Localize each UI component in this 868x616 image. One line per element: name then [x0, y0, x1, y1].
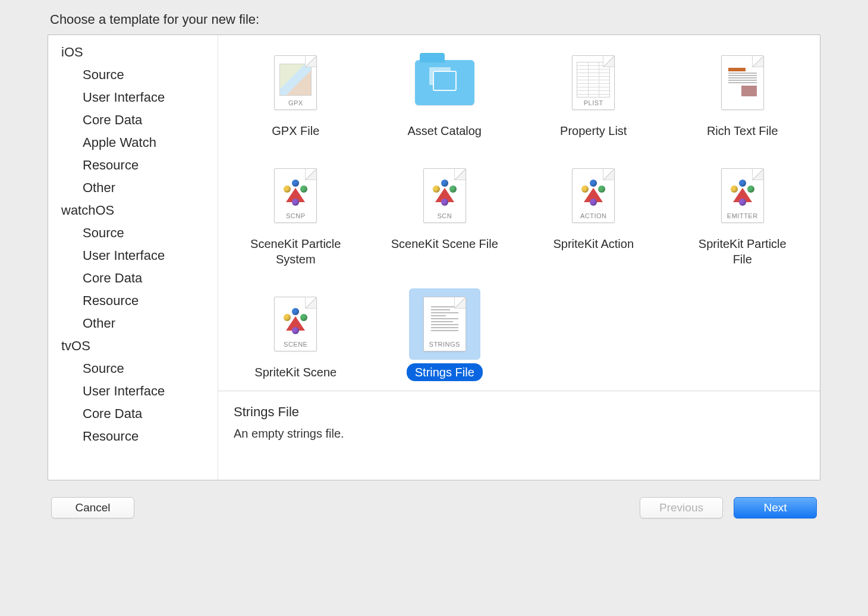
category-item[interactable]: Source	[48, 222, 218, 244]
plist-icon: PLIST	[558, 47, 629, 118]
category-item[interactable]: Other	[48, 312, 218, 335]
category-item[interactable]: Resource	[48, 425, 218, 448]
dialog-title: Choose a template for your new file:	[50, 12, 820, 27]
template-strings[interactable]: STRINGSStrings File	[382, 288, 507, 381]
previous-button[interactable]: Previous	[640, 497, 723, 518]
strings-icon: STRINGS	[409, 288, 480, 360]
template-scnp[interactable]: SCNPSceneKit Particle System	[233, 160, 358, 268]
template-label: Property List	[552, 122, 635, 140]
template-plist[interactable]: PLISTProperty List	[531, 47, 656, 140]
category-item[interactable]: User Interface	[48, 86, 218, 109]
template-detail: Strings File An empty strings file.	[218, 391, 820, 480]
asset-icon	[409, 47, 480, 118]
template-gpx[interactable]: GPXGPX File	[233, 47, 358, 140]
detail-description: An empty strings file.	[234, 427, 804, 441]
category-header-watchos[interactable]: watchOS	[48, 199, 218, 222]
template-emitter[interactable]: EMITTERSpriteKit Particle File	[680, 160, 805, 268]
template-grid: GPXGPX FileAsset CatalogPLISTProperty Li…	[218, 35, 820, 391]
action-icon: ACTION	[558, 160, 629, 231]
category-item[interactable]: Core Data	[48, 109, 218, 131]
category-item[interactable]: Source	[48, 357, 218, 380]
template-rtf[interactable]: Rich Text File	[680, 47, 805, 140]
template-asset[interactable]: Asset Catalog	[382, 47, 507, 140]
category-item[interactable]: User Interface	[48, 244, 218, 267]
template-label: Rich Text File	[699, 122, 787, 140]
template-label: SceneKit Scene File	[383, 235, 507, 253]
category-item[interactable]: Resource	[48, 154, 218, 177]
template-label: Asset Catalog	[399, 122, 490, 140]
template-scn[interactable]: SCNSceneKit Scene File	[382, 160, 507, 268]
scnp-icon: SCNP	[260, 160, 331, 231]
template-label: SpriteKit Particle File	[680, 235, 805, 268]
emitter-icon: EMITTER	[707, 160, 778, 231]
template-action[interactable]: ACTIONSpriteKit Action	[531, 160, 656, 268]
detail-title: Strings File	[234, 404, 804, 420]
category-header-tvos[interactable]: tvOS	[48, 335, 218, 357]
category-item[interactable]: Core Data	[48, 403, 218, 425]
template-label: SceneKit Particle System	[233, 235, 358, 268]
category-item[interactable]: Other	[48, 177, 218, 199]
template-label: Strings File	[407, 363, 483, 381]
scene-icon: SCENE	[260, 288, 331, 360]
gpx-icon: GPX	[260, 47, 331, 118]
rtf-icon	[707, 47, 778, 118]
category-item[interactable]: Resource	[48, 290, 218, 312]
template-label: SpriteKit Scene	[246, 363, 345, 381]
category-header-ios[interactable]: iOS	[48, 41, 218, 64]
dialog-footer: Cancel Previous Next	[48, 480, 820, 518]
cancel-button[interactable]: Cancel	[51, 497, 134, 518]
template-label: SpriteKit Action	[545, 235, 642, 253]
category-item[interactable]: User Interface	[48, 380, 218, 403]
category-item[interactable]: Core Data	[48, 267, 218, 290]
category-item[interactable]: Source	[48, 64, 218, 86]
category-item[interactable]: Apple Watch	[48, 131, 218, 154]
scn-icon: SCN	[409, 160, 480, 231]
template-scene[interactable]: SCENESpriteKit Scene	[233, 288, 358, 381]
next-button[interactable]: Next	[734, 497, 817, 518]
template-panel: iOSSourceUser InterfaceCore DataApple Wa…	[48, 34, 820, 480]
category-sidebar[interactable]: iOSSourceUser InterfaceCore DataApple Wa…	[48, 35, 218, 480]
template-label: GPX File	[263, 122, 328, 140]
